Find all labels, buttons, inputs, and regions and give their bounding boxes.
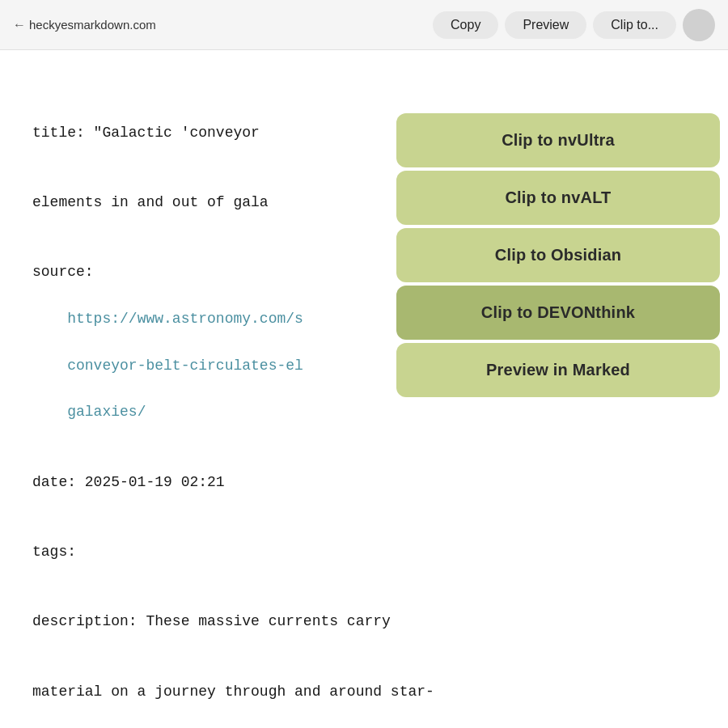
clip-nvultra-button[interactable]: Clip to nvUltra xyxy=(396,113,720,167)
header-buttons: Copy Preview Clip to... xyxy=(433,9,715,41)
preview-marked-button[interactable]: Preview in Marked xyxy=(396,343,720,397)
back-link[interactable]: ← heckyesmarkdown.com xyxy=(13,18,423,32)
content-link-3[interactable]: galaxies/ xyxy=(67,404,146,420)
preview-button[interactable]: Preview xyxy=(505,11,586,39)
content-line-4: date: 2025-01-19 02:21 xyxy=(32,471,696,494)
header-bar: ← heckyesmarkdown.com Copy Preview Clip … xyxy=(0,0,728,50)
content-link-2[interactable]: conveyor-belt-circulates-el xyxy=(67,358,303,374)
content-link-1[interactable]: https://www.astronomy.com/s xyxy=(67,311,303,327)
main-content: title: "Galactic 'conveyor elements in a… xyxy=(0,50,728,728)
copy-button[interactable]: Copy xyxy=(433,11,498,39)
content-line-7: material on a journey through and around… xyxy=(32,680,696,704)
avatar-button[interactable] xyxy=(683,9,715,41)
clip-devonthink-button[interactable]: Clip to DEVONthink xyxy=(396,286,720,340)
clip-to-button[interactable]: Clip to... xyxy=(593,11,676,39)
content-line-6: description: These massive currents carr… xyxy=(32,610,696,633)
site-title: heckyesmarkdown.com xyxy=(29,18,156,32)
content-line-5: tags: xyxy=(32,540,696,564)
clip-dropdown: Clip to nvUltra Clip to nvALT Clip to Ob… xyxy=(396,113,720,397)
back-arrow-icon: ← xyxy=(13,18,26,32)
clip-obsidian-button[interactable]: Clip to Obsidian xyxy=(396,228,720,282)
clip-nvalt-button[interactable]: Clip to nvALT xyxy=(396,171,720,225)
